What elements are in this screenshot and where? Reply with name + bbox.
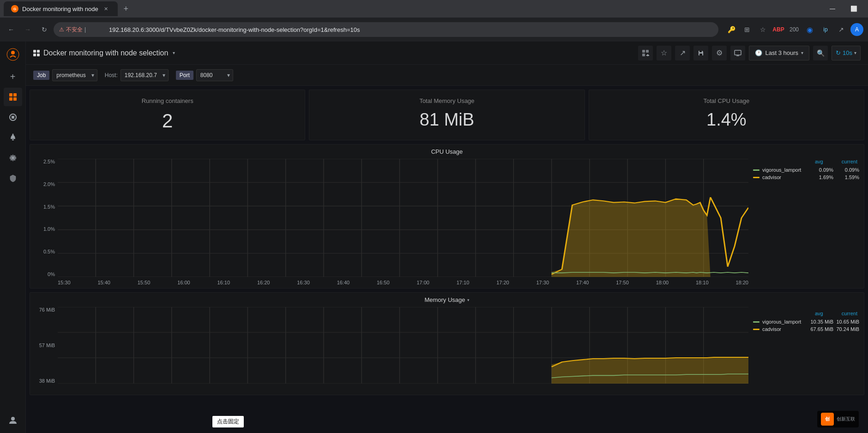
mem-cadvisor-name: cadvisor — [762, 326, 808, 332]
x-label-3: 16:00 — [177, 280, 190, 285]
svg-rect-20 — [736, 55, 739, 56]
grafana-logo[interactable] — [4, 45, 22, 64]
reload-button[interactable]: ↻ — [37, 22, 52, 37]
cadvisor-current: 1.59% — [836, 174, 859, 180]
sidebar-item-settings[interactable] — [4, 149, 22, 167]
dashboard-dropdown-arrow[interactable]: ▾ — [173, 50, 175, 55]
legend-item-cadvisor[interactable]: cadvisor 1.69% 1.59% — [753, 174, 859, 180]
memory-chart-legend: avg current vigorous_lamport 10.35 MiB 1… — [753, 311, 859, 332]
new-tab-button[interactable]: + — [120, 2, 133, 15]
grafana-header: Docker monitoring with node selection ▾ … — [26, 42, 868, 65]
tab-close-button[interactable]: ✕ — [102, 5, 110, 13]
main-content: Docker monitoring with node selection ▾ … — [26, 42, 868, 433]
sidebar-item-alerts[interactable] — [4, 128, 22, 147]
add-panel-button[interactable] — [638, 46, 653, 60]
cpu-chart-header: CPU Usage — [30, 148, 864, 159]
y-label-1: 2.0% — [43, 181, 55, 187]
dashboard-title: Docker monitoring with node selection — [43, 49, 168, 57]
sidebar-item-add[interactable]: + — [4, 67, 22, 86]
vigorous-legend-name: vigorous_lamport — [762, 167, 808, 173]
key-icon[interactable]: 🔑 — [724, 22, 739, 37]
x-label-16: 18:10 — [696, 280, 709, 285]
address-bar: ← → ↻ ⚠ 不安全 | 🔑 ⊞ ☆ ABP 200 ◉ ip ↗ A — [0, 18, 868, 42]
mem-vigorous-avg: 10.35 MiB — [810, 319, 833, 325]
port-select[interactable]: 8080 — [196, 69, 233, 81]
x-label-12: 17:30 — [536, 280, 549, 285]
sidebar: + — [0, 42, 26, 433]
refresh-button[interactable]: ↻ 10s ▾ — [832, 46, 861, 60]
svg-point-11 — [11, 417, 15, 421]
running-containers-panel: Running containers 2 — [30, 90, 305, 140]
job-label: Job — [33, 71, 49, 80]
x-label-13: 17:40 — [576, 280, 589, 285]
x-label-0: 15:30 — [58, 280, 71, 285]
cpu-chart-legend: avg current vigorous_lamport 0.09% 0.09%… — [753, 159, 859, 180]
memory-chart-arrow[interactable]: ▾ — [467, 298, 470, 302]
sidebar-item-shield[interactable] — [4, 169, 22, 187]
memory-x-axis — [58, 384, 748, 395]
svg-rect-17 — [699, 54, 702, 55]
address-wrapper: ⚠ 不安全 | — [54, 22, 718, 37]
sidebar-item-explore[interactable] — [4, 108, 22, 126]
adblock-icon[interactable]: ABP — [771, 22, 786, 37]
ext-arrow-icon[interactable]: ↗ — [834, 22, 849, 37]
svg-rect-5 — [13, 97, 17, 101]
running-containers-value: 2 — [162, 110, 173, 132]
y-label-2: 1.5% — [43, 204, 55, 210]
ext-ip-icon[interactable]: ip — [818, 22, 833, 37]
star-button[interactable]: ☆ — [657, 46, 671, 60]
memory-chart-container: 76 MiB 57 MiB 38 MiB — [30, 307, 864, 395]
x-label-17: 18:20 — [735, 280, 748, 285]
forward-button[interactable]: → — [20, 22, 35, 37]
tab-title: Docker monitoring with node — [22, 6, 98, 12]
x-label-15: 18:00 — [656, 280, 669, 285]
security-warning: ⚠ 不安全 | — [59, 26, 86, 34]
edge-icon[interactable]: ◉ — [802, 22, 817, 37]
minimize-button[interactable]: — — [822, 0, 843, 18]
active-tab[interactable]: G Docker monitoring with node ✕ — [4, 1, 118, 16]
bookmark-icon[interactable]: ☆ — [755, 22, 770, 37]
settings-button[interactable]: ⚙ — [712, 46, 727, 60]
save-button[interactable] — [693, 46, 708, 60]
back-button[interactable]: ← — [4, 22, 18, 37]
tab-bar: G Docker monitoring with node ✕ + — ⬜ — [0, 0, 868, 18]
zoom-out-button[interactable]: 🔍 — [813, 46, 828, 60]
host-variable-group: Host: 192.168.20.7 — [105, 69, 169, 81]
cpu-chart-svg-area — [58, 159, 748, 277]
memory-chart-panel: Memory Usage ▾ 76 MiB 57 MiB 38 MiB — [30, 292, 864, 395]
tv-mode-button[interactable] — [730, 46, 745, 60]
legend-item-vigorous[interactable]: vigorous_lamport 0.09% 0.09% — [753, 167, 859, 173]
translate-icon[interactable]: ⊞ — [740, 22, 754, 37]
profile-avatar: A — [850, 23, 863, 36]
mem-y-label-1: 57 MiB — [39, 343, 55, 348]
mem-y-label-0: 76 MiB — [39, 307, 55, 313]
x-label-10: 17:10 — [457, 280, 470, 285]
mem-legend-item-vigorous[interactable]: vigorous_lamport 10.35 MiB 10.65 MiB — [753, 319, 859, 325]
svg-point-7 — [12, 116, 14, 118]
sidebar-item-dashboards[interactable] — [4, 88, 22, 106]
profile-button[interactable]: A — [850, 22, 864, 37]
legend-header: avg current — [753, 159, 859, 164]
memory-y-axis: 76 MiB 57 MiB 38 MiB — [30, 307, 58, 384]
time-range-picker[interactable]: 🕐 Last 3 hours ▾ — [749, 46, 809, 60]
legend-current-header: current — [842, 159, 857, 164]
host-select[interactable]: 192.168.20.7 — [121, 69, 169, 81]
job-select[interactable]: prometheus — [52, 69, 97, 81]
cadvisor-fill — [552, 199, 711, 277]
sidebar-item-user[interactable] — [4, 411, 22, 429]
share-button[interactable]: ↗ — [675, 46, 690, 60]
url-input[interactable] — [54, 22, 718, 37]
mem-vigorous-name: vigorous_lamport — [762, 319, 808, 325]
mem-legend-item-cadvisor[interactable]: cadvisor 67.65 MiB 70.24 MiB — [753, 326, 859, 332]
svg-rect-19 — [735, 50, 741, 55]
watermark-text: 创新互联 — [837, 416, 855, 422]
mem-y-label-2: 38 MiB — [39, 378, 55, 384]
ext-count[interactable]: 200 — [787, 22, 802, 37]
mem-cadvisor-avg: 67.65 MiB — [810, 326, 833, 332]
mem-legend-header: avg current — [753, 311, 859, 316]
mem-legend-avg-header: avg — [815, 311, 823, 316]
vigorous-avg: 0.09% — [810, 167, 833, 173]
watermark-icon: 创 — [821, 413, 834, 426]
maximize-button[interactable]: ⬜ — [843, 0, 864, 18]
x-label-1: 15:40 — [97, 280, 110, 285]
